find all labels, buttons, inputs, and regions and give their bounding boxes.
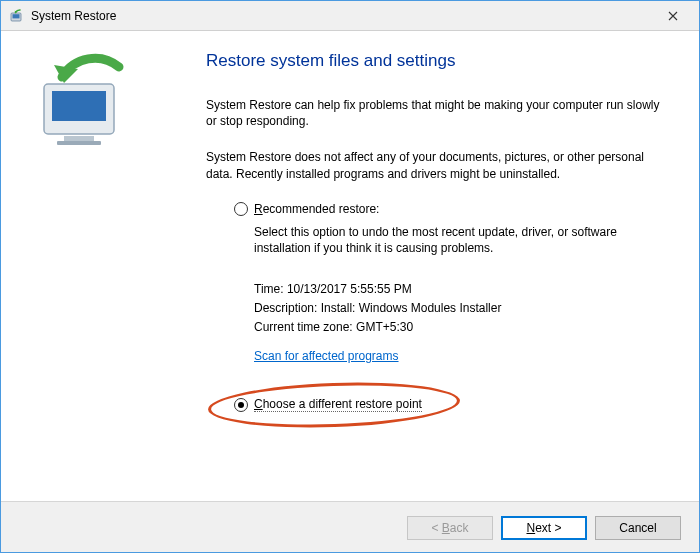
close-button[interactable]	[650, 1, 695, 30]
svg-rect-4	[64, 136, 94, 141]
svg-rect-1	[13, 14, 20, 18]
back-button: < Back	[407, 516, 493, 540]
recommended-restore-radio-row[interactable]: Recommended restore:	[234, 202, 664, 216]
recommended-restore-label: Recommended restore:	[254, 202, 379, 216]
window-title: System Restore	[31, 9, 650, 23]
restore-illustration-icon	[24, 49, 154, 149]
titlebar: System Restore	[1, 1, 699, 31]
choose-different-option: Choose a different restore point	[234, 397, 422, 412]
main-panel: Restore system files and settings System…	[176, 31, 699, 501]
recommended-restore-description: Select this option to undo the most rece…	[254, 224, 664, 256]
intro-paragraph-2: System Restore does not affect any of yo…	[206, 149, 664, 181]
restore-description: Description: Install: Windows Modules In…	[254, 301, 664, 315]
restore-time: Time: 10/13/2017 5:55:55 PM	[254, 282, 664, 296]
svg-rect-3	[52, 91, 106, 121]
radio-recommended[interactable]	[234, 202, 248, 216]
radio-choose-different[interactable]	[234, 398, 248, 412]
sidebar	[1, 31, 176, 501]
footer-buttons: < Back Next > Cancel	[1, 501, 699, 553]
recommended-restore-option: Recommended restore: Select this option …	[234, 202, 664, 363]
choose-different-radio-row[interactable]: Choose a different restore point	[234, 397, 422, 412]
page-heading: Restore system files and settings	[206, 51, 664, 71]
choose-different-label: Choose a different restore point	[254, 397, 422, 412]
cancel-button[interactable]: Cancel	[595, 516, 681, 540]
system-restore-icon	[9, 8, 25, 24]
intro-paragraph-1: System Restore can help fix problems tha…	[206, 97, 664, 129]
restore-timezone: Current time zone: GMT+5:30	[254, 320, 664, 334]
scan-affected-programs-link[interactable]: Scan for affected programs	[254, 349, 399, 363]
svg-rect-5	[57, 141, 101, 145]
next-button[interactable]: Next >	[501, 516, 587, 540]
content-area: Restore system files and settings System…	[1, 31, 699, 501]
